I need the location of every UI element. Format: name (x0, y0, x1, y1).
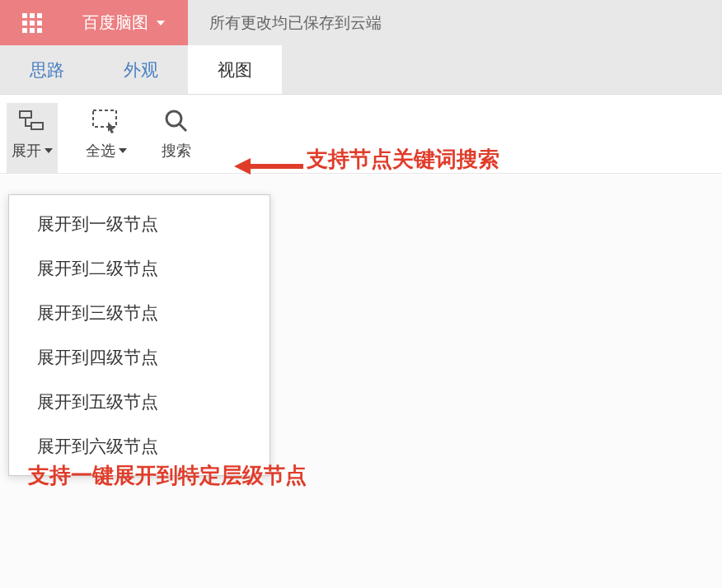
brand-label: 百度脑图 (82, 12, 148, 34)
expand-tool[interactable]: 展开 (7, 103, 58, 173)
search-icon (160, 106, 193, 136)
expand-level-3[interactable]: 展开到三级节点 (9, 291, 270, 335)
arrow-annotation-icon (234, 156, 303, 176)
svg-rect-2 (93, 110, 116, 127)
annotation-search-hint: 支持节点关键词搜索 (307, 145, 499, 174)
expand-level-4[interactable]: 展开到四级节点 (9, 335, 270, 380)
annotation-expand-hint: 支持一键展开到特定层级节点 (28, 461, 307, 490)
tab-appearance[interactable]: 外观 (94, 45, 188, 94)
tab-idea[interactable]: 思路 (0, 45, 94, 94)
svg-line-4 (180, 124, 186, 131)
expand-icon (16, 106, 49, 136)
apps-menu-button[interactable] (0, 0, 64, 45)
select-all-tool[interactable]: 全选 (81, 103, 132, 173)
app-header: 百度脑图 所有更改均已保存到云端 (0, 0, 722, 45)
expand-label: 展开 (12, 141, 53, 161)
expand-level-5[interactable]: 展开到五级节点 (9, 380, 270, 424)
chevron-down-icon (157, 21, 165, 26)
search-tool[interactable]: 搜索 (155, 103, 198, 173)
selection-icon (90, 106, 123, 136)
apps-grid-icon (22, 13, 42, 33)
svg-rect-0 (20, 111, 31, 118)
save-status: 所有更改均已保存到云端 (188, 0, 722, 45)
main-tabs: 思路 外观 视图 (0, 45, 722, 95)
tab-view[interactable]: 视图 (188, 45, 282, 94)
svg-rect-1 (31, 123, 43, 129)
chevron-down-icon (45, 148, 53, 153)
brand-dropdown[interactable]: 百度脑图 (64, 0, 188, 45)
select-all-label: 全选 (86, 141, 127, 161)
svg-point-3 (166, 111, 181, 126)
search-label: 搜索 (162, 141, 191, 161)
expand-dropdown: 展开到一级节点 展开到二级节点 展开到三级节点 展开到四级节点 展开到五级节点 … (8, 194, 270, 476)
expand-level-2[interactable]: 展开到二级节点 (9, 246, 270, 291)
expand-level-1[interactable]: 展开到一级节点 (9, 202, 270, 246)
chevron-down-icon (119, 148, 127, 153)
